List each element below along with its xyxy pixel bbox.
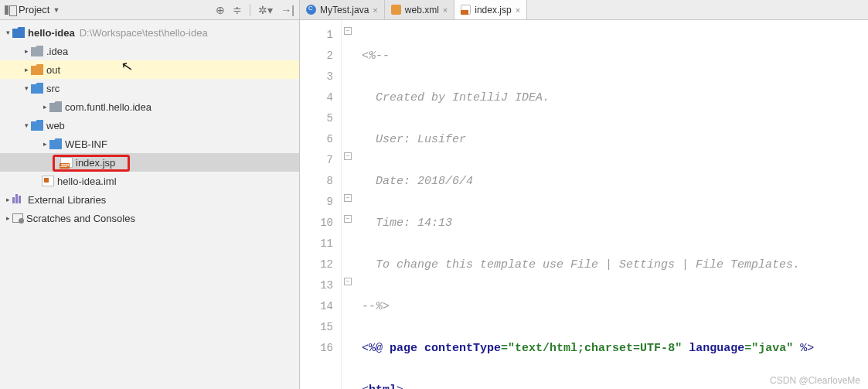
code-text: <%--: [362, 49, 390, 63]
library-icon: [12, 194, 25, 205]
project-sidebar: Project ▼ ⊕ ≑ ✲▾ →| hello-idea D:\Worksp…: [0, 0, 300, 389]
xml-file-icon: [391, 5, 401, 15]
code-text: --%>: [362, 300, 390, 313]
sidebar-header: Project ▼ ⊕ ≑ ✲▾ →|: [0, 0, 299, 20]
watermark: CSDN @ClearloveMe: [770, 375, 860, 386]
code-text: <%@: [362, 342, 390, 355]
code-content[interactable]: <%-- Created by IntelliJ IDEA. User: Lus…: [356, 20, 868, 389]
tree-node-webinf[interactable]: WEB-INF: [0, 135, 299, 153]
iml-file-icon: [42, 176, 54, 186]
java-file-icon: [306, 5, 316, 15]
code-text: Date: 2018/6/4: [376, 175, 473, 188]
project-title[interactable]: Project: [19, 4, 49, 15]
close-icon[interactable]: ×: [443, 5, 448, 15]
folder-icon: [31, 64, 43, 75]
editor-tabs: MyTest.java × web.xml × index.jsp ×: [300, 0, 868, 20]
code-text: To change this template use File | Setti…: [376, 258, 800, 271]
close-icon[interactable]: ×: [516, 5, 520, 15]
tree-node-src[interactable]: src: [0, 79, 299, 97]
hide-icon[interactable]: →|: [281, 4, 294, 16]
jsp-file-icon: [461, 5, 471, 15]
scratch-icon: [12, 213, 23, 223]
tab-label: index.jsp: [475, 5, 511, 15]
module-icon: [12, 27, 25, 38]
code-area[interactable]: 12345678 910111213141516 − − − − − <%-- …: [300, 20, 868, 389]
fold-bar[interactable]: − − − − −: [342, 20, 356, 389]
fold-toggle[interactable]: −: [344, 215, 352, 223]
tree-root[interactable]: hello-idea D:\Workspace\test\hello-idea: [0, 23, 299, 42]
fold-toggle[interactable]: −: [344, 27, 352, 35]
tree-node-web[interactable]: web: [0, 116, 299, 135]
chevron-down-icon[interactable]: ▼: [53, 6, 60, 14]
fold-toggle[interactable]: −: [344, 152, 352, 160]
close-icon[interactable]: ×: [373, 5, 377, 15]
tree-node-out[interactable]: out: [0, 60, 299, 79]
line-gutter: 12345678 910111213141516: [300, 20, 342, 389]
folder-icon: [31, 83, 43, 94]
jsp-file-icon: JSP: [60, 157, 73, 168]
tree-node-idea[interactable]: .idea: [0, 42, 299, 60]
gear-icon[interactable]: ✲▾: [258, 4, 273, 16]
folder-icon: [49, 138, 62, 149]
project-tree[interactable]: hello-idea D:\Workspace\test\hello-idea …: [0, 20, 299, 389]
tab-indexjsp[interactable]: index.jsp ×: [454, 0, 527, 19]
tree-node-scratch[interactable]: Scratches and Consoles: [0, 209, 299, 227]
code-text: User: Lusifer: [376, 133, 466, 146]
package-icon: [49, 101, 62, 112]
code-text: Created by IntelliJ IDEA.: [376, 91, 550, 104]
tab-label: web.xml: [405, 5, 439, 15]
code-text: Time: 14:13: [376, 217, 452, 230]
tree-node-pkg[interactable]: com.funtl.hello.idea: [0, 97, 299, 116]
tab-webxml[interactable]: web.xml ×: [385, 0, 454, 19]
collapse-icon[interactable]: ≑: [233, 4, 242, 16]
fold-toggle[interactable]: −: [344, 194, 352, 202]
fold-toggle[interactable]: −: [344, 278, 352, 285]
folder-icon: [31, 46, 43, 56]
root-name: hello-idea: [28, 27, 75, 39]
tab-mytest[interactable]: MyTest.java ×: [300, 0, 385, 19]
tab-label: MyTest.java: [320, 5, 369, 15]
project-panel-icon: [5, 5, 15, 15]
tree-node-indexjsp[interactable]: JSP index.jsp: [0, 153, 299, 172]
tree-node-iml[interactable]: hello-idea.iml: [0, 172, 299, 190]
tree-node-extlib[interactable]: External Libraries: [0, 190, 299, 209]
folder-icon: [31, 120, 43, 131]
root-path: D:\Workspace\test\hello-idea: [80, 27, 208, 39]
divider: [250, 4, 250, 16]
locate-icon[interactable]: ⊕: [216, 4, 225, 16]
editor-pane: MyTest.java × web.xml × index.jsp × 1234…: [300, 0, 868, 389]
